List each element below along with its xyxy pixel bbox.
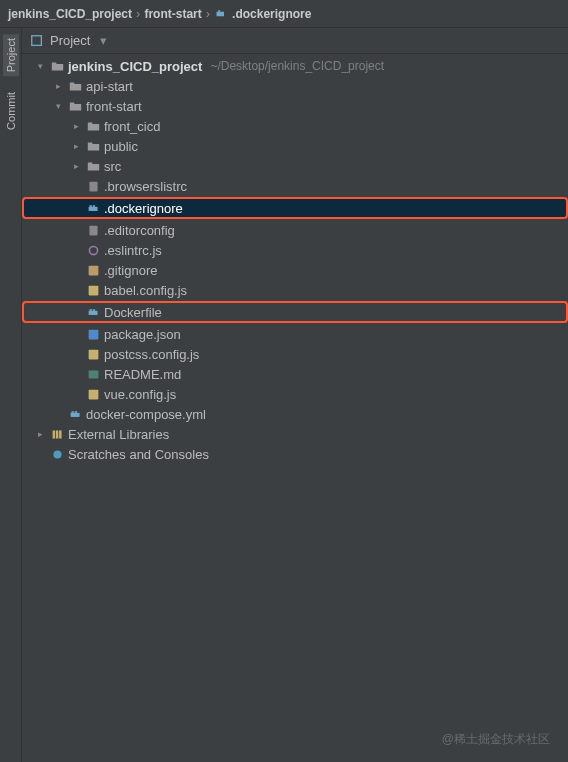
folder-icon: [86, 139, 100, 153]
tree-item-label: package.json: [104, 327, 181, 342]
docker-icon: [86, 305, 100, 319]
svg-rect-16: [88, 370, 98, 378]
tree-item-label: .gitignore: [104, 263, 157, 278]
svg-rect-22: [55, 430, 57, 438]
breadcrumb-sep-icon: ›: [136, 6, 140, 21]
tree-item[interactable]: .dockerignore: [22, 197, 568, 219]
js-icon: [86, 387, 100, 401]
git-icon: [86, 263, 100, 277]
tree-item-label: .dockerignore: [104, 201, 183, 216]
svg-rect-17: [88, 389, 98, 399]
project-tree[interactable]: ▾jenkins_CICD_project~/Desktop/jenkins_C…: [22, 54, 568, 762]
js-icon: [86, 347, 100, 361]
svg-point-8: [89, 246, 97, 254]
chevron-right-icon[interactable]: ▸: [70, 141, 82, 151]
tree-item[interactable]: postcss.config.js: [22, 344, 568, 364]
tree-item[interactable]: docker-compose.yml: [22, 404, 568, 424]
svg-rect-23: [59, 430, 61, 438]
svg-point-24: [53, 450, 61, 458]
tree-item[interactable]: ▾jenkins_CICD_project~/Desktop/jenkins_C…: [22, 56, 568, 76]
tree-item[interactable]: .editorconfig: [22, 220, 568, 240]
breadcrumb-item-0[interactable]: jenkins_CICD_project: [8, 7, 132, 21]
tree-item-label: postcss.config.js: [104, 347, 199, 362]
tree-item-label: public: [104, 139, 138, 154]
tree-item-path: ~/Desktop/jenkins_CICD_project: [210, 59, 384, 73]
rail-tab-1-label: Commit: [5, 92, 17, 130]
svg-rect-18: [70, 412, 79, 416]
svg-rect-2: [32, 35, 42, 45]
svg-rect-19: [71, 411, 73, 413]
json-icon: [86, 327, 100, 341]
svg-rect-12: [89, 309, 91, 311]
project-tool-header: Project ▾: [22, 28, 568, 54]
svg-rect-6: [92, 205, 94, 207]
tree-item[interactable]: ▸api-start: [22, 76, 568, 96]
watermark-text: @稀土掘金技术社区: [442, 731, 550, 748]
rail-tab-commit[interactable]: Commit: [3, 88, 19, 134]
svg-rect-0: [217, 11, 225, 16]
tree-item[interactable]: Scratches and Consoles: [22, 444, 568, 464]
file-icon: [86, 179, 100, 193]
chevron-right-icon[interactable]: ▸: [70, 161, 82, 171]
tree-item-label: vue.config.js: [104, 387, 176, 402]
svg-rect-5: [89, 205, 91, 207]
svg-rect-3: [89, 181, 97, 191]
tree-item[interactable]: ▸public: [22, 136, 568, 156]
svg-rect-13: [92, 309, 94, 311]
tree-item-label: .editorconfig: [104, 223, 175, 238]
tree-item[interactable]: babel.config.js: [22, 280, 568, 300]
folder-icon: [68, 99, 82, 113]
chevron-right-icon[interactable]: ▸: [70, 121, 82, 131]
chevron-down-icon[interactable]: ▾: [34, 61, 46, 71]
tree-item[interactable]: package.json: [22, 324, 568, 344]
tree-item-label: External Libraries: [68, 427, 169, 442]
folder-icon: [86, 159, 100, 173]
tree-item[interactable]: Dockerfile: [22, 301, 568, 323]
tree-item-label: README.md: [104, 367, 181, 382]
svg-rect-9: [88, 265, 98, 275]
tree-item-label: front-start: [86, 99, 142, 114]
tree-item-label: api-start: [86, 79, 133, 94]
md-icon: [86, 367, 100, 381]
docker-icon: [68, 407, 82, 421]
chevron-right-icon[interactable]: ▸: [34, 429, 46, 439]
docker-icon: [86, 201, 100, 215]
tree-item[interactable]: .browserslistrc: [22, 176, 568, 196]
chevron-down-icon[interactable]: ▾: [96, 34, 110, 48]
tree-item[interactable]: README.md: [22, 364, 568, 384]
tree-item-label: .eslintrc.js: [104, 243, 162, 258]
rail-tab-project[interactable]: Project: [3, 34, 19, 76]
svg-rect-20: [74, 411, 76, 413]
folder-icon: [68, 79, 82, 93]
tree-item-label: babel.config.js: [104, 283, 187, 298]
tree-item[interactable]: ▸External Libraries: [22, 424, 568, 444]
breadcrumb-item-1[interactable]: front-start: [144, 7, 201, 21]
tree-item[interactable]: ▸front_cicd: [22, 116, 568, 136]
tree-item-label: Dockerfile: [104, 305, 162, 320]
tree-item-label: docker-compose.yml: [86, 407, 206, 422]
chevron-down-icon[interactable]: ▾: [52, 101, 64, 111]
rail-tab-0-label: Project: [5, 38, 17, 72]
folder-icon: [86, 119, 100, 133]
breadcrumb-sep-icon: ›: [206, 6, 210, 21]
breadcrumb-item-2[interactable]: .dockerignore: [232, 7, 311, 21]
scratch-icon: [50, 447, 64, 461]
project-header-label: Project: [50, 33, 90, 48]
docker-icon: [214, 7, 228, 21]
svg-rect-21: [52, 430, 54, 438]
tree-item-label: .browserslistrc: [104, 179, 187, 194]
tree-item[interactable]: ▸src: [22, 156, 568, 176]
tree-item[interactable]: .gitignore: [22, 260, 568, 280]
tree-item[interactable]: ▾front-start: [22, 96, 568, 116]
tree-item-label: src: [104, 159, 121, 174]
chevron-right-icon[interactable]: ▸: [52, 81, 64, 91]
svg-rect-4: [88, 206, 97, 210]
tree-item[interactable]: .eslintrc.js: [22, 240, 568, 260]
tree-item[interactable]: vue.config.js: [22, 384, 568, 404]
left-rail: Project Commit: [0, 28, 22, 762]
tree-item-label: front_cicd: [104, 119, 160, 134]
svg-rect-11: [88, 310, 97, 314]
svg-rect-15: [88, 349, 98, 359]
file-icon: [86, 223, 100, 237]
o-icon: [86, 243, 100, 257]
